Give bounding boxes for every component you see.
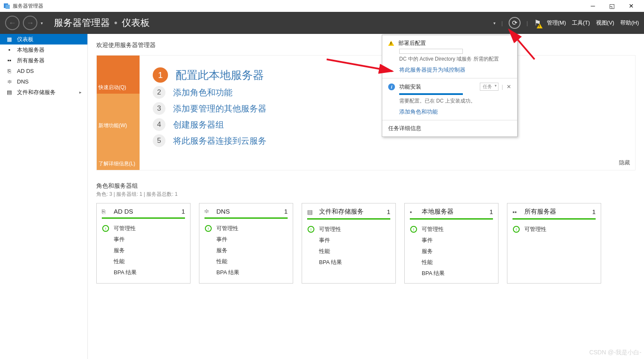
task-dropdown[interactable]: 任务 xyxy=(480,83,498,91)
quickstart-tiles: 快速启动(Q)新增功能(W)了解详细信息(L) xyxy=(97,56,140,170)
stat-label: BPA 结果 xyxy=(216,269,239,276)
stat-label: 事件 xyxy=(319,237,330,244)
sidebar-item-4[interactable]: ፨DNS xyxy=(0,76,87,87)
breadcrumb-page: 仪表板 xyxy=(122,17,150,29)
role-stat[interactable]: ↑可管理性 xyxy=(102,223,185,234)
sidebar-icon: ⎘ xyxy=(6,68,13,74)
role-stat[interactable]: 性能 xyxy=(204,256,288,267)
stat-label: 性能 xyxy=(319,248,330,255)
task-text: 配置此本地服务器 xyxy=(176,68,264,83)
role-stat[interactable]: 服务 xyxy=(102,245,185,256)
role-name: DNS xyxy=(216,208,280,215)
role-count: 1 xyxy=(284,208,288,215)
role-stat[interactable]: 性能 xyxy=(102,256,185,267)
stat-label: 事件 xyxy=(422,237,433,244)
role-header: ⎘AD DS1 xyxy=(102,208,185,219)
role-stat[interactable]: ↑可管理性 xyxy=(512,224,596,235)
sidebar-icon: ▪ xyxy=(6,47,13,53)
role-count: 1 xyxy=(592,208,596,215)
roles-subtitle: 角色: 3 | 服务器组: 1 | 服务器总数: 1 xyxy=(96,191,636,198)
minimize-button[interactable]: ─ xyxy=(583,0,602,12)
app-icon xyxy=(3,3,10,9)
refresh-button[interactable]: ⟳ xyxy=(509,17,521,29)
add-roles-link[interactable]: 添加角色和功能 xyxy=(399,108,511,116)
sidebar-label: 本地服务器 xyxy=(17,46,45,54)
notifications-flag[interactable]: ⚑ xyxy=(534,18,541,28)
role-name: 本地服务器 xyxy=(422,208,485,216)
role-header: ፨DNS1 xyxy=(204,208,288,219)
role-stat[interactable]: 事件 xyxy=(410,235,493,246)
role-stat[interactable]: 性能 xyxy=(410,257,493,268)
role-icon: ፨ xyxy=(204,208,212,215)
role-icon: ▪ xyxy=(410,209,417,215)
sidebar-label: 文件和存储服务 xyxy=(17,89,56,96)
task-number: 3 xyxy=(153,102,165,115)
notif-desc-2: 需要配置。已在 DC 上安装成功。 xyxy=(399,97,511,105)
svg-rect-1 xyxy=(6,5,10,9)
role-card-1[interactable]: ፨DNS1↑可管理性事件服务性能BPA 结果 xyxy=(199,203,293,284)
quickstart-tile-1[interactable]: 新增功能(W) xyxy=(97,94,140,132)
up-arrow-icon: ↑ xyxy=(102,225,109,232)
role-icon: ▪▪ xyxy=(512,209,520,215)
close-button[interactable]: ✕ xyxy=(622,0,641,12)
role-icon: ⎘ xyxy=(102,208,109,215)
role-card-2[interactable]: ▤文件和存储服务1↑可管理性事件性能BPA 结果 xyxy=(302,203,396,284)
welcome-title: 欢迎使用服务器管理器 xyxy=(96,42,636,49)
sidebar-item-3[interactable]: ⎘AD DS xyxy=(0,66,87,76)
role-stat[interactable]: 事件 xyxy=(102,234,185,245)
quickstart-tile-0[interactable]: 快速启动(Q) xyxy=(97,56,140,94)
nav-back-button[interactable]: ← xyxy=(5,16,20,30)
stat-label: 服务 xyxy=(114,247,125,254)
role-name: 文件和存储服务 xyxy=(319,208,383,216)
notif-footer-link[interactable]: 任务详细信息 xyxy=(382,120,517,136)
sidebar-item-0[interactable]: ▦仪表板 xyxy=(0,34,87,45)
header: ← → ▾ 服务器管理器 • 仪表板 ▾ | ⟳ | ⚑ 管理(M) 工具(T)… xyxy=(0,12,644,34)
role-card-0[interactable]: ⎘AD DS1↑可管理性事件服务性能BPA 结果 xyxy=(96,203,190,284)
role-stat[interactable]: 事件 xyxy=(307,235,390,246)
promote-dc-link[interactable]: 将此服务器提升为域控制器 xyxy=(399,66,511,74)
hide-link[interactable]: 隐藏 xyxy=(619,159,630,167)
menu-help[interactable]: 帮助(H) xyxy=(620,19,639,27)
role-header: ▪▪所有服务器1 xyxy=(512,208,596,220)
role-card-3[interactable]: ▪本地服务器1↑可管理性事件服务性能BPA 结果 xyxy=(404,203,498,284)
sidebar: ▦仪表板▪本地服务器▪▪所有服务器⎘AD DS፨DNS▤文件和存储服务▸ xyxy=(0,34,88,359)
breadcrumb-root[interactable]: 服务器管理器 xyxy=(54,17,110,29)
role-stat[interactable]: BPA 结果 xyxy=(102,267,185,278)
task-number: 4 xyxy=(153,118,165,131)
role-stat[interactable]: 服务 xyxy=(410,246,493,257)
nav-forward-button[interactable]: → xyxy=(23,16,37,30)
header-dropdown-caret[interactable]: ▾ xyxy=(493,21,496,25)
sidebar-item-1[interactable]: ▪本地服务器 xyxy=(0,45,87,55)
menu-view[interactable]: 视图(V) xyxy=(596,19,614,27)
role-stat[interactable]: 事件 xyxy=(204,234,288,245)
role-stat[interactable]: ↑可管理性 xyxy=(204,223,288,234)
role-stat[interactable]: BPA 结果 xyxy=(307,257,390,268)
role-stat[interactable]: BPA 结果 xyxy=(410,268,493,279)
nav-dropdown-caret[interactable]: ▾ xyxy=(41,21,43,25)
menu-manage[interactable]: 管理(M) xyxy=(547,19,566,27)
stat-label: 性能 xyxy=(422,259,433,266)
role-count: 1 xyxy=(387,208,390,215)
notif-close-button[interactable]: ✕ xyxy=(507,83,511,90)
role-stat[interactable]: 服务 xyxy=(204,245,288,256)
role-stat[interactable]: 性能 xyxy=(307,246,390,257)
role-icon: ▤ xyxy=(307,209,315,215)
sidebar-item-2[interactable]: ▪▪所有服务器 xyxy=(0,55,87,66)
role-count: 1 xyxy=(490,208,493,215)
sidebar-item-5[interactable]: ▤文件和存储服务▸ xyxy=(0,87,87,97)
maximize-button[interactable]: ◱ xyxy=(602,0,622,12)
role-stat[interactable]: ↑可管理性 xyxy=(410,224,493,235)
menu-tools[interactable]: 工具(T) xyxy=(572,19,590,27)
role-card-4[interactable]: ▪▪所有服务器1↑可管理性 xyxy=(507,203,601,284)
sidebar-label: DNS xyxy=(17,78,28,85)
quickstart-tile-2[interactable]: 了解详细信息(L) xyxy=(97,132,140,170)
notification-section-deploy: 部署后配置 DC 中的 Active Directory 域服务 所需的配置 将… xyxy=(382,35,517,78)
stat-label: 可管理性 xyxy=(524,225,546,233)
welcome-panel: 快速启动(Q)新增功能(W)了解详细信息(L) 1配置此本地服务器2添加角色和功… xyxy=(96,55,636,170)
role-stat[interactable]: ↑可管理性 xyxy=(307,224,390,235)
stat-label: 事件 xyxy=(216,236,227,243)
role-stat[interactable]: BPA 结果 xyxy=(204,267,288,278)
task-text: 添加要管理的其他服务器 xyxy=(173,103,266,114)
sidebar-icon: ▦ xyxy=(6,36,13,42)
role-name: AD DS xyxy=(114,208,177,215)
